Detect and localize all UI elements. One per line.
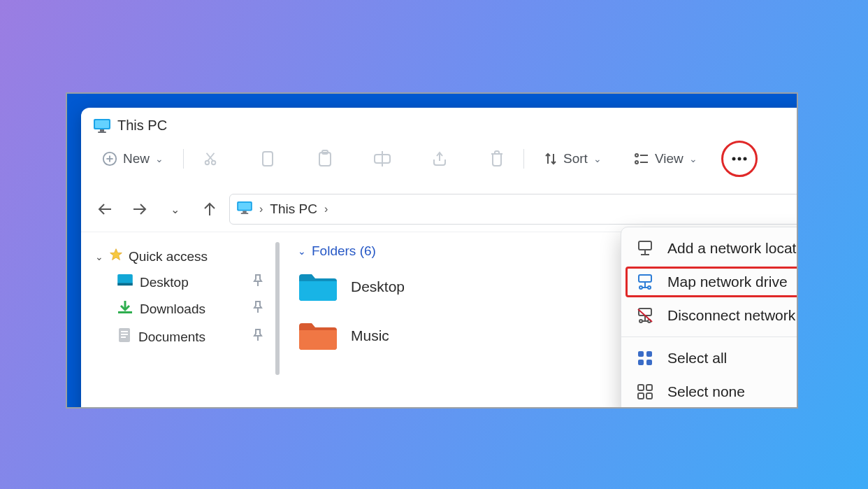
menu-separator: [621, 336, 798, 337]
view-button[interactable]: View ⌄: [627, 145, 704, 173]
svg-rect-60: [646, 393, 652, 399]
svg-rect-39: [639, 241, 651, 250]
chevron-down-icon: ⌄: [298, 246, 306, 257]
star-icon: [109, 248, 123, 265]
breadcrumb-root[interactable]: This PC: [270, 201, 317, 217]
documents-icon: [117, 327, 131, 346]
rename-button[interactable]: [368, 145, 396, 173]
file-explorer-window: This PC New ⌄: [81, 108, 798, 409]
pane-splitter[interactable]: [275, 242, 280, 375]
sidebar-item-downloads[interactable]: Downloads: [95, 295, 263, 323]
map-drive-icon: [635, 274, 655, 290]
svg-rect-57: [638, 385, 644, 390]
menu-item-select-none[interactable]: Select none: [621, 375, 798, 409]
svg-rect-32: [118, 311, 132, 313]
menu-item-add-network-location[interactable]: Add a network location: [621, 232, 798, 265]
nav-arrow-group: ⌄: [95, 202, 222, 216]
share-button[interactable]: [426, 145, 454, 173]
svg-rect-37: [121, 336, 126, 338]
this-pc-icon: [237, 201, 252, 217]
svg-point-8: [212, 161, 216, 165]
svg-rect-3: [98, 132, 106, 133]
this-pc-icon: [94, 119, 110, 133]
paste-button[interactable]: [311, 145, 339, 173]
svg-rect-53: [638, 351, 644, 357]
sidebar-item-documents[interactable]: Documents: [95, 323, 263, 351]
chevron-down-icon: ⌄: [593, 153, 602, 164]
svg-rect-2: [100, 129, 104, 132]
more-options-button[interactable]: [725, 145, 753, 173]
sidebar-group-quick-access[interactable]: ⌄ Quick access: [95, 243, 263, 269]
more-options-menu: Add a network location Map network drive…: [621, 227, 798, 409]
chevron-right-icon[interactable]: ›: [259, 203, 263, 215]
menu-item-label: Select all: [667, 350, 727, 367]
up-button[interactable]: [201, 202, 218, 216]
svg-line-9: [208, 153, 214, 161]
svg-rect-11: [263, 152, 273, 166]
back-button[interactable]: [96, 204, 113, 215]
address-bar[interactable]: › This PC › ⌄: [229, 194, 798, 225]
view-button-label: View: [655, 151, 683, 166]
svg-point-17: [635, 154, 638, 157]
pin-icon: [253, 301, 263, 317]
sidebar-item-label: Downloads: [140, 302, 205, 317]
screenshot-frame: This PC New ⌄: [66, 92, 798, 409]
folder-item-label: Music: [351, 327, 389, 344]
folder-item-label: Desktop: [351, 278, 405, 295]
chevron-right-icon[interactable]: ›: [324, 203, 328, 215]
disconnect-drive-icon: [635, 308, 655, 323]
svg-rect-1: [95, 120, 109, 128]
svg-rect-58: [646, 385, 652, 390]
menu-item-label: Select none: [667, 383, 745, 400]
svg-point-7: [205, 161, 210, 165]
menu-item-select-all[interactable]: Select all: [621, 341, 798, 375]
svg-point-19: [635, 161, 638, 164]
pin-icon: [253, 274, 263, 290]
svg-point-49: [639, 320, 642, 323]
svg-rect-26: [243, 211, 246, 213]
window-title: This PC: [117, 118, 167, 134]
pin-icon: [253, 329, 263, 345]
window-titlebar: This PC: [81, 108, 798, 141]
chevron-down-icon: ⌄: [95, 251, 103, 262]
sidebar-item-desktop[interactable]: Desktop: [95, 269, 263, 295]
desktop-icon: [117, 274, 133, 290]
svg-point-23: [743, 157, 746, 161]
chevron-down-icon: ⌄: [155, 153, 164, 164]
network-location-icon: [635, 241, 655, 256]
new-button[interactable]: New ⌄: [95, 145, 171, 173]
svg-point-45: [648, 286, 651, 289]
copy-button[interactable]: [254, 145, 282, 173]
quick-access-label: Quick access: [129, 249, 208, 264]
toolbar-separator: [523, 149, 524, 169]
folder-icon: [298, 320, 338, 351]
menu-item-disconnect-network-drive[interactable]: Disconnect network drive: [621, 299, 798, 332]
select-none-icon: [635, 384, 655, 399]
navigation-pane: ⌄ Quick access Desktop: [95, 239, 263, 375]
svg-rect-29: [117, 274, 133, 284]
recent-locations-button[interactable]: ⌄: [166, 203, 183, 216]
cut-button[interactable]: [196, 145, 224, 173]
sort-button[interactable]: Sort ⌄: [537, 145, 609, 173]
svg-rect-54: [646, 351, 652, 357]
toolbar-separator: [183, 149, 184, 169]
svg-line-10: [207, 153, 213, 161]
svg-rect-25: [238, 203, 251, 210]
select-all-icon: [635, 350, 655, 366]
new-button-label: New: [123, 151, 150, 166]
svg-rect-56: [646, 360, 652, 365]
forward-button[interactable]: [131, 204, 148, 215]
folders-section-label: Folders (6): [312, 243, 376, 259]
sidebar-item-label: Documents: [138, 329, 205, 345]
menu-item-label: Disconnect network drive: [667, 307, 798, 324]
navigation-row: ⌄ › This PC › ⌄: [81, 183, 798, 232]
delete-button[interactable]: [483, 145, 511, 173]
command-toolbar: New ⌄: [81, 141, 798, 183]
downloads-icon: [117, 300, 133, 318]
svg-point-21: [732, 157, 735, 161]
menu-item-map-network-drive[interactable]: Map network drive: [621, 265, 798, 299]
folder-icon: [298, 271, 338, 302]
svg-rect-27: [241, 213, 249, 214]
svg-rect-30: [117, 283, 133, 286]
svg-rect-55: [638, 360, 644, 365]
